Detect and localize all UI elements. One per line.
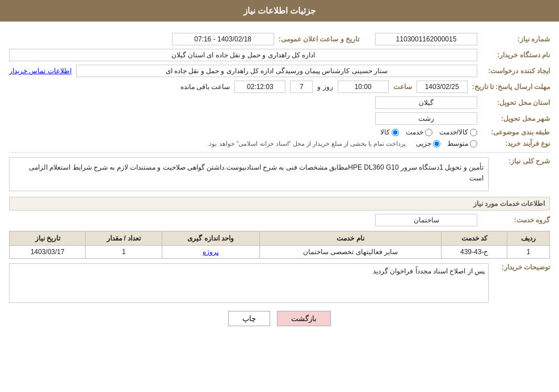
deadline-remaining-label: ساعت باقی مانده <box>180 83 230 91</box>
purchase-option-motavasset[interactable]: متوسط <box>447 140 477 147</box>
province-value: گیلان <box>375 96 477 109</box>
province-label: استان محل تحویل: <box>482 99 550 107</box>
creator-link[interactable]: اطلاعات تماس خریدار <box>9 67 72 75</box>
pub-date-label: تاریخ و ساعت اعلان عمومی: <box>279 35 359 43</box>
category-option-kala-khedmat[interactable]: کالا/خدمت <box>439 128 477 136</box>
back-button[interactable]: بازگشت <box>277 311 331 326</box>
org-name-label: نام دستگاه خریدار: <box>482 51 550 59</box>
cell-date: 1403/03/17 <box>10 246 86 259</box>
description-value: تأمین و تحویل 1دستگاه سرور HPE DL360 G10… <box>9 157 489 191</box>
purchase-option-jozii[interactable]: جزیی <box>416 140 440 147</box>
cell-qty: 1 <box>86 246 162 259</box>
col-qty: تعداد / مقدار <box>86 231 162 246</box>
col-name: نام خدمت <box>259 231 442 246</box>
purchase-type-label: نوع فرآیند خرید: <box>482 140 550 147</box>
cell-unit[interactable]: پروژه <box>162 246 259 259</box>
page-header: جزئیات اطلاعات نیاز <box>0 0 559 22</box>
deadline-days-label: روز و <box>317 83 333 91</box>
org-name-value: اداره کل راهداری و حمل و نقل جاده ای است… <box>9 49 477 61</box>
col-date: تاریخ نیاز <box>10 231 86 246</box>
purchase-note: پرداخت تمام یا بخشی از مبلغ خریدار از مح… <box>207 140 406 147</box>
page-title: جزئیات اطلاعات نیاز <box>243 6 316 15</box>
need-number-value: 1103001162000015 <box>375 33 477 45</box>
city-label: شهر محل تحویل: <box>482 115 550 123</box>
pub-date-value: 1403/02/18 - 07:16 <box>172 33 274 45</box>
print-button[interactable]: چاپ <box>228 311 270 326</box>
col-code: کد خدمت <box>442 231 507 246</box>
deadline-label: مهلت ارسال پاسخ: تا تاریخ: <box>472 83 550 91</box>
creator-label: ایجاد کننده درخواست: <box>482 67 550 75</box>
col-unit: واحد اندازه گیری <box>162 231 259 246</box>
service-group-label: گروه خدمت: <box>482 216 550 224</box>
deadline-date: 1403/02/25 <box>417 81 468 93</box>
buyer-desc-label: توضیحات خریدار: <box>493 263 550 271</box>
service-group-value: ساختمان <box>375 214 477 226</box>
cell-code: ج-43-439 <box>442 246 507 259</box>
table-row: 1 ج-43-439 سایر فعالیتهای تخصصی ساختمان … <box>10 246 550 259</box>
city-value: رشت <box>375 112 477 125</box>
need-number-label: شماره نیاز: <box>482 35 550 43</box>
category-option-kala[interactable]: کالا <box>380 128 399 136</box>
deadline-time: 10:00 <box>338 81 389 93</box>
deadline-days: 7 <box>290 81 313 93</box>
buyer-desc-value: پس از اصلاح اسناد مجدداً فراخوان گردید <box>9 263 489 303</box>
services-table: ردیف کد خدمت نام خدمت واحد اندازه گیری ت… <box>9 231 550 259</box>
creator-value: ستار حسینی کارشناس پیمان ورسیدگی اداره ک… <box>76 65 477 77</box>
category-option-khedmat[interactable]: خدمت <box>406 128 432 136</box>
category-radio-group: کالا/خدمت خدمت کالا <box>380 128 477 136</box>
cell-name: سایر فعالیتهای تخصصی ساختمان <box>259 246 442 259</box>
description-label: شرح کلی نیاز: <box>493 157 550 165</box>
cell-row: 1 <box>507 246 550 259</box>
button-row: بازگشت چاپ <box>9 311 550 326</box>
deadline-time-label: ساعت <box>393 83 412 91</box>
services-section-title: اطلاعات خدمات مورد نیاز <box>9 197 550 210</box>
col-row: ردیف <box>507 231 550 246</box>
deadline-remaining: 02:12:03 <box>234 81 285 93</box>
category-label: طبقه بندی موضوعی: <box>482 128 550 136</box>
purchase-type-radio-group: متوسط جزیی <box>416 140 477 147</box>
